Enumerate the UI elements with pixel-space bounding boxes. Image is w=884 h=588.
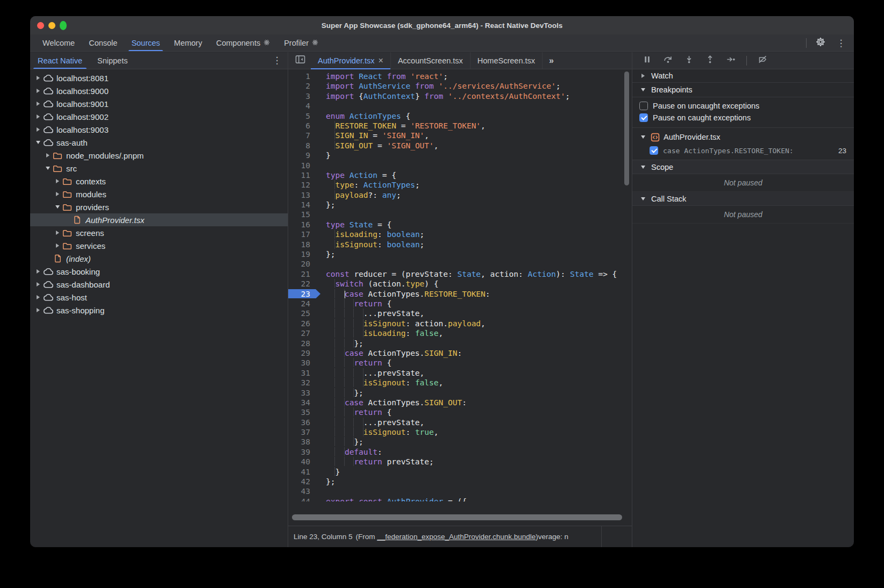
- line-number[interactable]: 20: [288, 259, 317, 269]
- resume-pause-button[interactable]: [641, 55, 652, 66]
- line-number[interactable]: 41: [288, 467, 317, 477]
- tree-item[interactable]: localhost:8081: [30, 71, 288, 84]
- chevron-right-icon[interactable]: [54, 192, 61, 196]
- tree-item[interactable]: localhost:9003: [30, 123, 288, 136]
- tree-item[interactable]: sas-host: [30, 291, 288, 304]
- pause-exception-option[interactable]: Pause on uncaught exceptions: [632, 100, 854, 112]
- step-over-button[interactable]: [662, 55, 673, 66]
- tree-item[interactable]: localhost:9002: [30, 110, 288, 123]
- line-number[interactable]: 15: [288, 210, 317, 219]
- chevron-right-icon[interactable]: [34, 89, 42, 93]
- navigator-toggle-button[interactable]: [294, 54, 306, 67]
- zoom-window-button[interactable]: [60, 21, 67, 30]
- pause-exception-option[interactable]: Pause on caught exceptions: [632, 112, 854, 124]
- settings-button[interactable]: [814, 37, 827, 49]
- line-number[interactable]: 12: [288, 180, 317, 190]
- line-number[interactable]: 44: [288, 497, 317, 501]
- line-number[interactable]: 2: [288, 81, 317, 91]
- tree-item[interactable]: sas-auth: [30, 136, 288, 149]
- line-number[interactable]: 4: [288, 101, 317, 111]
- breakpoint-group-header[interactable]: AuthProvider.tsx: [632, 130, 854, 144]
- line-number[interactable]: 43: [288, 486, 317, 496]
- chevron-right-icon[interactable]: [34, 127, 42, 132]
- line-number[interactable]: 34: [288, 398, 317, 407]
- step-button[interactable]: [725, 55, 736, 66]
- line-number[interactable]: 37: [288, 427, 317, 437]
- chevron-right-icon[interactable]: [34, 114, 42, 119]
- breakpoint-entry[interactable]: case ActionTypes.RESTORE_TOKEN:23: [632, 144, 854, 157]
- line-number[interactable]: 11: [288, 170, 317, 180]
- navigator-tab-snippets[interactable]: Snippets: [90, 52, 135, 69]
- chevron-right-icon[interactable]: [34, 76, 42, 80]
- close-window-button[interactable]: [37, 22, 44, 29]
- editor-tab-homescreen.tsx[interactable]: HomeScreen.tsx: [470, 52, 543, 69]
- watch-section-header[interactable]: Watch: [632, 69, 854, 83]
- line-number[interactable]: 3: [288, 91, 317, 101]
- breakpoint-checkbox[interactable]: [650, 146, 658, 155]
- checkbox-checked[interactable]: [639, 113, 648, 122]
- horizontal-scrollbar[interactable]: [292, 514, 622, 520]
- tree-item[interactable]: screens: [30, 226, 288, 239]
- tab-profiler[interactable]: Profiler: [277, 34, 325, 51]
- tab-sources[interactable]: Sources: [124, 34, 167, 51]
- close-tab-icon[interactable]: ×: [379, 56, 383, 65]
- line-number[interactable]: 13: [288, 190, 317, 200]
- tree-item[interactable]: providers: [30, 200, 288, 213]
- chevron-right-icon[interactable]: [54, 179, 61, 183]
- tree-item[interactable]: AuthProvider.tsx: [30, 213, 288, 226]
- line-number[interactable]: 16: [288, 220, 317, 230]
- line-number[interactable]: 30: [288, 358, 317, 368]
- tree-item[interactable]: src: [30, 162, 288, 175]
- chevron-down-icon[interactable]: [54, 205, 61, 209]
- line-number[interactable]: 29: [288, 348, 317, 358]
- chevron-right-icon[interactable]: [34, 102, 42, 106]
- line-number[interactable]: 38: [288, 437, 317, 447]
- line-number[interactable]: 19: [288, 249, 317, 259]
- tree-item[interactable]: (index): [30, 252, 288, 265]
- editor-tab-accountscreen.tsx[interactable]: AccountScreen.tsx: [391, 52, 470, 69]
- step-out-button[interactable]: [704, 55, 715, 66]
- navigator-more-button[interactable]: ⋮: [270, 54, 283, 67]
- breakpoints-section-header[interactable]: Breakpoints: [632, 83, 854, 97]
- line-number[interactable]: 5: [288, 111, 317, 121]
- chevron-down-icon[interactable]: [44, 167, 52, 170]
- line-number[interactable]: 23: [288, 289, 317, 299]
- scope-section-header[interactable]: Scope: [632, 160, 854, 174]
- line-number[interactable]: 28: [288, 339, 317, 348]
- tree-item[interactable]: sas-dashboard: [30, 278, 288, 291]
- line-number[interactable]: 39: [288, 447, 317, 457]
- tab-console[interactable]: Console: [82, 34, 124, 51]
- line-number[interactable]: 10: [288, 161, 317, 170]
- tab-memory[interactable]: Memory: [167, 34, 209, 51]
- line-number[interactable]: 7: [288, 131, 317, 140]
- tree-item[interactable]: node_modules/.pnpm: [30, 149, 288, 162]
- line-number[interactable]: 18: [288, 240, 317, 249]
- line-number[interactable]: 22: [288, 279, 317, 289]
- line-number[interactable]: 31: [288, 368, 317, 378]
- chevron-right-icon[interactable]: [34, 308, 42, 312]
- line-number[interactable]: 32: [288, 378, 317, 388]
- tree-item[interactable]: sas-booking: [30, 265, 288, 278]
- chevron-right-icon[interactable]: [34, 295, 42, 299]
- more-options-button[interactable]: ⋮: [835, 37, 847, 49]
- code-editor[interactable]: 1import React from 'react';2import AuthS…: [288, 69, 632, 526]
- line-number[interactable]: 14: [288, 200, 317, 210]
- line-number[interactable]: 25: [288, 309, 317, 318]
- tab-welcome[interactable]: Welcome: [35, 34, 82, 51]
- line-number[interactable]: 24: [288, 299, 317, 309]
- tree-item[interactable]: sas-shopping: [30, 304, 288, 317]
- line-number[interactable]: 9: [288, 150, 317, 160]
- chevron-right-icon[interactable]: [34, 282, 42, 286]
- chevron-right-icon[interactable]: [54, 243, 61, 248]
- line-number[interactable]: 35: [288, 407, 317, 417]
- source-link[interactable]: __federation_expose_AuthProvider.chunk.b…: [377, 533, 536, 541]
- tree-item[interactable]: localhost:9000: [30, 84, 288, 97]
- checkbox-unchecked[interactable]: [639, 102, 648, 110]
- line-number[interactable]: 36: [288, 418, 317, 427]
- minimize-window-button[interactable]: [48, 22, 55, 29]
- line-number[interactable]: 27: [288, 328, 317, 338]
- line-number[interactable]: 17: [288, 230, 317, 239]
- tab-components[interactable]: Components: [209, 34, 277, 51]
- step-into-button[interactable]: [683, 55, 694, 66]
- line-number[interactable]: 1: [288, 71, 317, 81]
